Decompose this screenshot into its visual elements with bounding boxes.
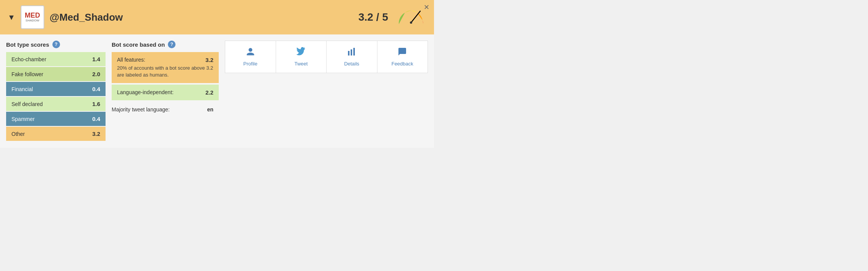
score-row-spammer: Spammer 0.4 bbox=[6, 112, 106, 126]
header-right: 3.2 / 5 bbox=[358, 6, 426, 29]
all-features-desc: 20% of accounts with a bot score above 3… bbox=[117, 65, 213, 78]
score-row-label: Self declared bbox=[11, 101, 43, 107]
score-row-self-declared: Self declared 1.6 bbox=[6, 97, 106, 111]
tweet-icon bbox=[296, 47, 306, 59]
language-independent-value: 2.2 bbox=[205, 89, 213, 96]
svg-rect-3 bbox=[351, 49, 352, 56]
bot-score-panel: Bot score based on ? All features: 3.2 2… bbox=[112, 41, 219, 142]
score-row-value: 1.4 bbox=[92, 56, 100, 62]
logo-med-text: MED bbox=[25, 12, 40, 19]
score-row-value: 1.6 bbox=[92, 101, 100, 107]
details-icon bbox=[347, 47, 356, 59]
language-independent-box: Language-independent: 2.2 bbox=[112, 85, 219, 100]
majority-tweet-row: Majority tweet language: en bbox=[112, 102, 219, 114]
tab-details[interactable]: Details bbox=[327, 41, 377, 73]
tab-profile-label: Profile bbox=[243, 61, 257, 67]
bot-type-title: Bot type scores bbox=[6, 41, 49, 48]
tab-tweet-label: Tweet bbox=[294, 61, 308, 67]
tab-tweet[interactable]: Tweet bbox=[276, 41, 327, 73]
score-rows: Echo-chamber 1.4 Fake follower 2.0 Finan… bbox=[6, 52, 106, 141]
tabs-panel: Profile Tweet Details Feedback bbox=[225, 41, 428, 73]
bot-type-info-icon[interactable]: ? bbox=[52, 41, 60, 48]
score-row-fake-follower: Fake follower 2.0 bbox=[6, 67, 106, 81]
all-features-box: All features: 3.2 20% of accounts with a… bbox=[112, 52, 219, 83]
profile-icon bbox=[246, 47, 255, 59]
all-features-label: All features: bbox=[117, 57, 145, 63]
username-label: @Med_Shadow bbox=[50, 11, 123, 23]
svg-rect-2 bbox=[348, 51, 349, 56]
svg-rect-4 bbox=[353, 48, 355, 56]
bot-score-title: Bot score based on bbox=[112, 41, 165, 48]
score-row-label: Echo-chamber bbox=[11, 56, 46, 62]
bot-score-panel-header: Bot score based on ? bbox=[112, 41, 219, 48]
chevron-down-icon[interactable]: ▼ bbox=[8, 13, 15, 22]
bot-type-panel-header: Bot type scores ? bbox=[6, 41, 106, 48]
close-button[interactable]: ✕ bbox=[424, 3, 429, 11]
tab-feedback[interactable]: Feedback bbox=[377, 41, 428, 73]
score-row-other: Other 3.2 bbox=[6, 127, 106, 141]
language-independent-row: Language-independent: 2.2 bbox=[117, 89, 213, 96]
score-row-label: Financial bbox=[11, 86, 33, 92]
score-row-financial: Financial 0.4 bbox=[6, 82, 106, 96]
bot-score-info-icon[interactable]: ? bbox=[168, 41, 176, 48]
main-content: Bot type scores ? Echo-chamber 1.4 Fake … bbox=[0, 34, 434, 148]
score-row-echo-chamber: Echo-chamber 1.4 bbox=[6, 52, 106, 66]
header: ▼ MED SHADOW @Med_Shadow 3.2 / 5 bbox=[0, 0, 434, 34]
logo-box: MED SHADOW bbox=[21, 5, 44, 29]
gauge-chart bbox=[396, 6, 426, 29]
bot-score-display: 3.2 / 5 bbox=[358, 11, 388, 23]
tab-profile[interactable]: Profile bbox=[225, 41, 276, 73]
header-left: ▼ MED SHADOW @Med_Shadow bbox=[8, 5, 123, 29]
score-row-value: 2.0 bbox=[92, 71, 100, 77]
feedback-icon bbox=[398, 47, 407, 59]
score-row-label: Spammer bbox=[11, 116, 35, 122]
tab-feedback-label: Feedback bbox=[392, 61, 413, 67]
score-row-label: Other bbox=[11, 131, 25, 137]
svg-point-1 bbox=[410, 21, 412, 24]
majority-tweet-label: Majority tweet language: bbox=[112, 106, 170, 113]
tab-details-label: Details bbox=[344, 61, 359, 67]
bot-type-panel: Bot type scores ? Echo-chamber 1.4 Fake … bbox=[6, 41, 106, 142]
score-row-label: Fake follower bbox=[11, 71, 43, 77]
score-row-value: 3.2 bbox=[92, 131, 100, 137]
all-features-value: 3.2 bbox=[205, 57, 213, 63]
majority-tweet-value: en bbox=[207, 106, 213, 113]
svg-line-0 bbox=[411, 11, 420, 23]
language-independent-label: Language-independent: bbox=[117, 89, 174, 95]
logo-shadow-text: SHADOW bbox=[26, 19, 39, 23]
score-row-value: 0.4 bbox=[92, 116, 100, 122]
score-row-value: 0.4 bbox=[92, 86, 100, 92]
all-features-row: All features: 3.2 bbox=[117, 57, 213, 63]
